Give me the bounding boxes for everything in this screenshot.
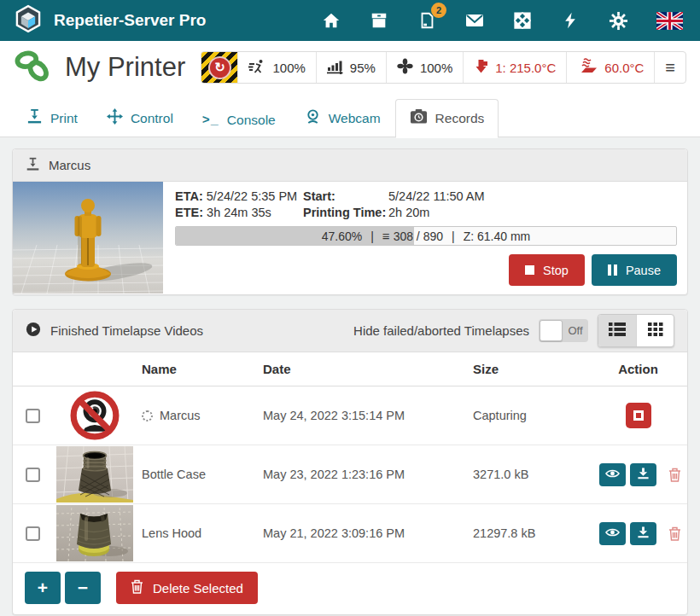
print-job-stats: ETA: 5/24/22 5:35 PM Start: 5/24/22 11:5…: [175, 189, 677, 219]
video-size: 21297.8 kB: [473, 526, 599, 540]
col-date: Date: [263, 362, 473, 376]
mail-icon[interactable]: [464, 10, 485, 31]
heated-bed-icon: [577, 58, 598, 77]
extruder-temp-status[interactable]: 1: 215.0°C: [463, 52, 566, 83]
z-height: Z: 61.40 mm: [464, 230, 531, 243]
tab-records[interactable]: Records: [395, 99, 499, 137]
toggle-knob: [540, 320, 563, 341]
play-circle-icon: [26, 322, 41, 340]
speed-status[interactable]: 100%: [237, 52, 315, 83]
bed-temp-status[interactable]: 60.0°C: [566, 52, 654, 83]
printer-tabs: Print Control >_ Console Webcam: [0, 94, 700, 137]
move-arrows-icon: [107, 108, 123, 128]
grid-view-icon: [648, 323, 663, 340]
table-row: Lens Hood May 21, 2022 3:09:16 PM 21297.…: [13, 504, 687, 563]
list-view-icon: [609, 323, 626, 340]
col-size: Size: [473, 362, 599, 376]
language-flag-icon[interactable]: [656, 10, 683, 31]
app-brand[interactable]: Repetier-Server Pro: [14, 4, 206, 37]
emergency-stop-icon: ↻: [208, 56, 231, 79]
records-camera-icon: [410, 108, 428, 128]
tab-console[interactable]: >_ Console: [188, 103, 290, 137]
printer-name: My Printer: [65, 52, 185, 83]
download-button[interactable]: [630, 522, 656, 545]
expand-arrows-icon[interactable]: [512, 10, 533, 31]
extruder-icon: [474, 59, 488, 77]
pause-button[interactable]: Pause: [592, 254, 677, 286]
video-name: Marcus: [160, 409, 201, 422]
preview-button[interactable]: [599, 522, 626, 545]
hide-failed-label: Hide failed/aborted Timelapses: [353, 323, 529, 338]
delete-row-icon[interactable]: [668, 526, 681, 541]
video-date: May 24, 2022 3:15:14 PM: [263, 409, 473, 422]
pages-icon[interactable]: 2: [417, 10, 437, 31]
start-label: Start:: [303, 189, 388, 203]
hamburger-menu-icon: ≡: [665, 58, 675, 78]
print-job-card: Marcus: [12, 148, 688, 295]
select-all-button[interactable]: +: [25, 572, 61, 604]
webcam-icon: [305, 108, 321, 128]
video-size: Capturing: [473, 409, 599, 422]
ete-value: 3h 24m 35s: [207, 206, 271, 219]
printer-menu-button[interactable]: ≡: [654, 52, 685, 83]
flow-icon: [327, 59, 343, 77]
timelapse-footer: + − Delete Selected: [13, 563, 687, 614]
deselect-all-button[interactable]: −: [65, 572, 101, 604]
capturing-spinner-icon: [142, 410, 153, 421]
video-thumbnail[interactable]: [56, 446, 133, 503]
list-view-button[interactable]: [598, 315, 636, 346]
start-value: 5/24/22 11:50 AM: [388, 189, 677, 203]
video-date: May 21, 2022 3:09:16 PM: [263, 526, 473, 540]
timelapse-title: Finished Timelapse Videos: [50, 323, 203, 338]
flow-status[interactable]: 95%: [316, 52, 386, 83]
hide-failed-toggle[interactable]: Off: [539, 319, 588, 342]
toggle-state: Off: [563, 324, 588, 337]
progress-percent: 47.60%: [322, 230, 362, 243]
eta-label: ETA:: [175, 189, 203, 203]
delete-row-icon[interactable]: [668, 468, 681, 482]
fan-status[interactable]: 100%: [386, 52, 463, 83]
table-row: Bottle Case May 23, 2022 1:23:16 PM 3271…: [13, 445, 687, 504]
pause-icon: [608, 264, 617, 276]
video-thumbnail[interactable]: [56, 505, 133, 561]
view-switcher: [598, 314, 674, 347]
row-checkbox[interactable]: [26, 468, 40, 482]
lightning-bolt-icon[interactable]: [560, 10, 580, 31]
stop-icon: [633, 410, 644, 421]
layers-icon: ≡: [382, 229, 390, 243]
download-button[interactable]: [630, 463, 656, 486]
printing-time-value: 2h 20m: [388, 206, 677, 219]
emergency-stop-button[interactable]: ↻: [201, 52, 237, 83]
video-size: 3271.0 kB: [473, 468, 599, 481]
trash-icon: [131, 579, 143, 596]
home-icon[interactable]: [321, 10, 341, 31]
tab-webcam[interactable]: Webcam: [290, 99, 395, 137]
stop-icon: [525, 265, 534, 275]
tab-control[interactable]: Control: [92, 99, 188, 137]
timelapse-header: Finished Timelapse Videos Hide failed/ab…: [13, 310, 687, 352]
delete-selected-button[interactable]: Delete Selected: [116, 572, 258, 604]
print-icon: [26, 157, 40, 174]
stop-button[interactable]: Stop: [509, 254, 585, 286]
printing-time-label: Printing Time:: [303, 206, 388, 219]
archive-box-icon[interactable]: [369, 10, 389, 31]
table-row: Marcus May 24, 2022 3:15:14 PM Capturing: [13, 386, 687, 445]
video-name: Lens Hood: [142, 526, 201, 540]
notification-badge: 2: [431, 3, 446, 18]
console-icon: >_: [202, 113, 219, 128]
row-checkbox[interactable]: [26, 526, 40, 541]
preview-button[interactable]: [599, 463, 626, 486]
print-preview-image: [13, 182, 163, 293]
connection-link-icon: [14, 46, 53, 89]
gear-icon[interactable]: [608, 10, 628, 31]
eye-icon: [605, 526, 620, 540]
grid-view-button[interactable]: [636, 315, 674, 346]
print-icon: [26, 108, 43, 128]
print-job-name: Marcus: [49, 158, 90, 172]
timelapse-card: Finished Timelapse Videos Hide failed/ab…: [12, 309, 688, 615]
tab-print[interactable]: Print: [12, 99, 92, 137]
app-title: Repetier-Server Pro: [54, 11, 206, 30]
stop-capture-button[interactable]: [626, 403, 651, 428]
print-job-header: Marcus: [13, 149, 687, 182]
row-checkbox[interactable]: [26, 409, 40, 423]
